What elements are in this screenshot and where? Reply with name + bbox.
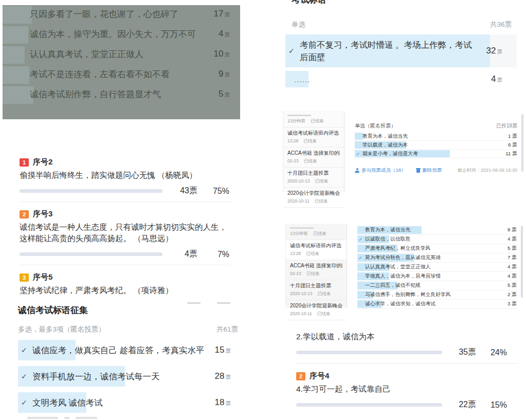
vote-count: 5 票: [507, 282, 517, 289]
poll-option-row[interactable]: 只因多看了一眼，花也谢了，心也碎了 17票: [3, 9, 240, 20]
poll-option-text: 以诚取信，以信取胜: [365, 236, 507, 243]
vote-count: 4票: [162, 249, 197, 260]
poll-option-text: 诚心求学，诚信求知，诚信考试: [365, 301, 507, 307]
scrollbar[interactable]: [521, 226, 523, 298]
poll-option-row[interactable]: ✓ 文明考风 诚信考试 18票: [18, 392, 238, 413]
scrollbar[interactable]: [521, 114, 523, 172]
item-title: 十月团日主题投票: [287, 170, 329, 177]
item-status: 已结束: [306, 251, 319, 257]
poll-option-row[interactable]: ...... 4票: [285, 72, 517, 86]
progress-track: [296, 403, 442, 407]
vote-count: 4 票: [507, 236, 517, 243]
vote-count: 9票: [219, 69, 230, 79]
poll-option-row[interactable]: 诚信为本，操守为重。因小失大，万万不可 4票: [3, 29, 240, 40]
vote-unit: 票: [225, 11, 230, 19]
voted-count: 已投18票: [496, 122, 517, 130]
poll-option-row[interactable]: 教育为本，诚信当先 8 票: [357, 226, 517, 235]
check-icon: ✓: [355, 151, 362, 157]
vote-unit: 票: [225, 71, 230, 79]
sidebar-item[interactable]: 13分钟前已结束: [283, 112, 344, 127]
rank-badge: 1: [20, 158, 29, 167]
vote-number: 5: [219, 89, 223, 99]
item-status: 已结束: [304, 158, 317, 165]
poll-option-row[interactable]: 与诚信携手，告别舞弊，树立良好学风 2 票: [357, 290, 517, 300]
sidebar-item[interactable]: 十月团日主题投票 2020-10-13已结束: [286, 280, 347, 300]
result-item: 1 序号2 偷摸半响后悔终生，踏实做题问心无愧 （杨晓凤） 43票 75%: [20, 150, 231, 202]
sidebar-item-selected[interactable]: 诚信考试标语班内评选× 13:28已结束: [286, 240, 347, 260]
poll-option-row[interactable]: 认认真真考试，堂堂正正做人 10票: [3, 49, 240, 60]
poll-option-row[interactable]: ✓ 考前不复习，考试时懵逼 。考场上作弊，考试后面壁 32票: [285, 34, 517, 67]
rank-badge: 3: [20, 273, 29, 282]
poll-option-row[interactable]: ✓ 资料手机放一边，诚信考试每一天 28票: [18, 366, 238, 387]
total-votes: 共36票: [490, 20, 512, 29]
poll-option-text: ......: [285, 75, 491, 84]
sidebar-item[interactable]: ACCA书籍 选择复印的同… 02-23已结束: [283, 148, 344, 168]
check-icon: ✓: [18, 372, 32, 380]
vote-number: 18: [215, 397, 225, 408]
poll-option-row[interactable]: ✓ 莫为考试分秋色，愿从诚信见英雄 7 票: [357, 253, 517, 263]
item-title: ACCA书籍 选择复印的同…: [290, 262, 342, 269]
poll-option-text: 考试不是连连看，左看右看不如不看: [30, 69, 201, 80]
item-status: 已结束: [311, 118, 324, 124]
poll-option-row[interactable]: 学做真人，诚信为本，且考且珍惜 4 票: [357, 272, 517, 281]
poll-option-row[interactable]: 教育为本，诚信当先 1 票: [355, 132, 517, 141]
rank-badge: 2: [20, 210, 29, 218]
delete-vote-link[interactable]: 删除投票: [416, 167, 442, 174]
poll-option-row[interactable]: 认认真真考试，堂堂正正做人 4 票: [357, 263, 517, 272]
poll-option-row[interactable]: ✓ 以诚取信，以信取胜 4 票: [357, 235, 517, 244]
rank-label: 序号2: [33, 157, 52, 167]
vote-number: 10: [214, 49, 224, 59]
sidebar-item[interactable]: 13分钟前已结束: [286, 225, 347, 240]
check-icon: ✓: [18, 398, 32, 407]
vote-highlight-bar: [3, 6, 32, 24]
poll-type-label: 单选: [292, 20, 305, 29]
desktop-vote-app-screenshot-2: 13分钟前已结束 诚信考试标语班内评选× 13:28已结束 ACCA书籍 选择复…: [285, 224, 523, 307]
vote-number: 32: [486, 46, 496, 56]
item-status: 已结束: [317, 311, 331, 317]
cutoff-text-fragment: [27, 417, 238, 419]
vote-unit: 票: [226, 374, 231, 381]
check-icon: ✓: [357, 255, 365, 261]
vote-count: 22票: [442, 399, 476, 410]
vote-count: 35票: [442, 347, 476, 358]
cutoff-text-fragment: [290, 227, 314, 229]
poll-option-text: 只因多看了一眼，花也谢了，心也碎了: [30, 9, 201, 20]
poll-option-row[interactable]: 严肃考风考纪，树立优良学风 5 票: [357, 244, 517, 253]
rank-label: 序号3: [33, 209, 52, 219]
rank-label: 序号5: [33, 272, 52, 282]
poll-option-text: 期末是小考，诚信是大考: [362, 151, 505, 157]
members-link[interactable]: 参与投票成员（18）: [355, 167, 406, 174]
sidebar-item[interactable]: 2020会计学院迎新晚会… 2020-10-11已结束: [283, 188, 344, 208]
sidebar-item[interactable]: 2020会计学院迎新晚会… 2020-10-11已结束: [286, 300, 347, 320]
sidebar-item[interactable]: 十月团日主题投票 2020-10-13已结束: [283, 168, 344, 188]
vote-count: 10票: [214, 49, 230, 59]
result-text: 诚信考试是一种人生态度，只有诚时才算切切实实的人生，这样能让高贵的头颅高高扬起。…: [20, 222, 231, 244]
poll-option-row[interactable]: 诚信考试别作弊，自行答题显才气 5票: [3, 89, 240, 100]
vote-count: 32票: [486, 46, 502, 56]
item-status: 已结束: [303, 138, 317, 144]
poll-option-row[interactable]: 诚心求学，诚信求知，诚信考试 3 票: [357, 300, 517, 309]
poll-type-label: 单选（匿名投票）: [355, 122, 396, 130]
vote-count: 8 票: [507, 227, 517, 233]
sidebar-item[interactable]: 诚信考试标语班内评选 13:28已结束: [283, 127, 344, 148]
sidebar-item[interactable]: ACCA书籍 选择复印的同… 02-23已结束: [286, 260, 347, 280]
vote-percent: 7%: [197, 250, 229, 259]
poll-option-row[interactable]: 学以载道，诚信为本 6 票: [355, 141, 517, 150]
result-text: 偷摸半响后悔终生，踏实做题问心无愧 （杨晓凤）: [20, 170, 231, 181]
item-time: 13分钟前: [287, 118, 305, 124]
item-time: 2020-10-11: [290, 311, 312, 317]
result-text: 2.学以载道，诚信为本: [296, 331, 518, 342]
poll-option-row[interactable]: 考试不是连连看，左看右看不如不看 9票: [3, 69, 240, 80]
vote-number: 4: [491, 74, 496, 84]
poll-option-row[interactable]: ✓ 期末是小考，诚信是大考 11 票: [355, 150, 517, 158]
poll-option-row[interactable]: 一二三四五，诚信不犯规 5 票: [357, 281, 517, 290]
ranked-results-section: 1 序号2 偷摸半响后悔终生，踏实做题问心无愧 （杨晓凤） 43票 75% 2 …: [20, 150, 231, 309]
result-item: 2 序号3 诚信考试是一种人生态度，只有诚时才算切切实实的人生，这样能让高贵的头…: [20, 202, 231, 265]
vote-unit: 票: [226, 400, 231, 407]
check-icon: ✓: [357, 236, 365, 242]
slogan-collect-section: 诚信考试标语征集 多选，最多3项（匿名投票） 共61票 ✓ 诚信应考，做真实自己…: [18, 301, 238, 419]
vote-count: 6 票: [508, 142, 517, 149]
poll-option-row[interactable]: ✓ 诚信应考，做真实自己 趁着应答，考真实水平 15票: [18, 340, 238, 360]
vote-count: 4 票: [507, 264, 517, 270]
vote-list-sidebar: 13分钟前已结束 诚信考试标语班内评选 13:28已结束 ACCA书籍 选择复印…: [283, 111, 344, 192]
